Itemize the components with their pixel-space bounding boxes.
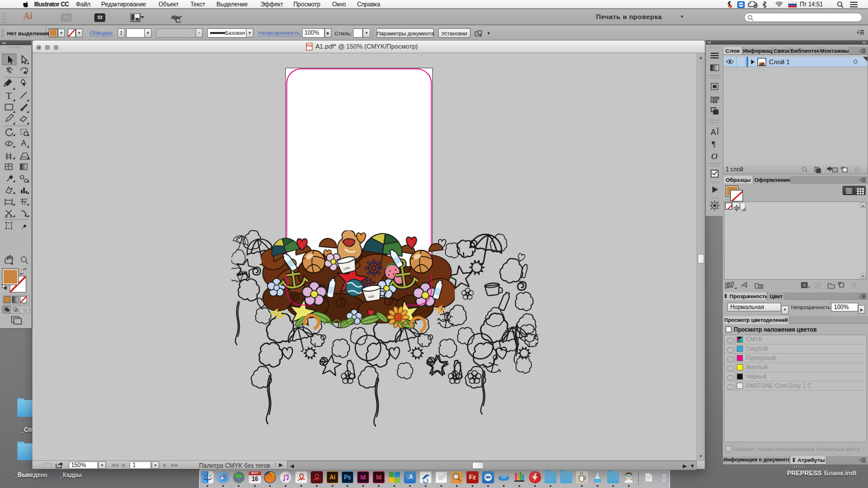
svg-text:¶: ¶ (712, 140, 716, 149)
svg-text:O: O (711, 152, 718, 161)
svg-text:T: T (6, 90, 12, 101)
svg-text:A: A (711, 127, 716, 137)
